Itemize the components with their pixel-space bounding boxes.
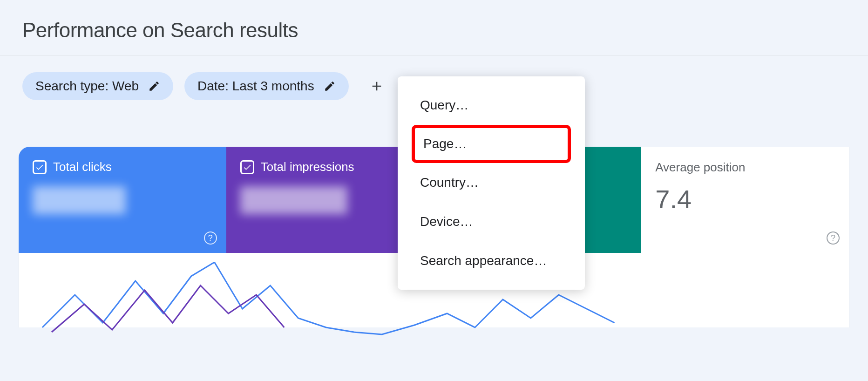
pencil-icon: [148, 80, 160, 92]
page-header: Performance on Search results: [0, 0, 868, 55]
metric-label: Total clicks: [53, 160, 112, 174]
filter-search-type[interactable]: Search type: Web: [22, 72, 173, 100]
metric-value-blurred: [33, 186, 126, 214]
filter-label: Search type: Web: [35, 79, 139, 94]
filter-dropdown-menu: Query… Page… Country… Device… Search app…: [398, 76, 585, 290]
metric-total-clicks[interactable]: Total clicks ?: [19, 147, 226, 253]
checkbox-icon[interactable]: [240, 160, 254, 174]
metric-header: Total clicks: [33, 160, 212, 174]
metric-value: 7.4: [655, 184, 835, 214]
dropdown-item-country[interactable]: Country…: [398, 163, 585, 202]
filter-date[interactable]: Date: Last 3 months: [184, 72, 349, 100]
filter-label: Date: Last 3 months: [197, 79, 314, 94]
pencil-icon: [324, 80, 336, 92]
help-icon[interactable]: ?: [204, 231, 217, 245]
checkbox-icon[interactable]: [33, 160, 47, 174]
metric-header: Average position: [655, 160, 835, 175]
dropdown-item-search-appearance[interactable]: Search appearance…: [398, 241, 585, 280]
dropdown-item-query[interactable]: Query…: [398, 86, 585, 125]
add-filter-button[interactable]: [360, 74, 393, 98]
metric-label: Average position: [655, 160, 745, 175]
metric-avg-position[interactable]: Average position 7.4 ?: [641, 147, 849, 253]
plus-icon: [369, 79, 384, 94]
dropdown-item-page[interactable]: Page…: [412, 125, 571, 163]
metric-label: Total impressions: [261, 160, 354, 174]
dropdown-item-device[interactable]: Device…: [398, 202, 585, 241]
help-icon[interactable]: ?: [827, 231, 840, 245]
metric-value-blurred: [240, 186, 347, 214]
metric-header: Total impressions: [240, 160, 420, 174]
page-title: Performance on Search results: [22, 19, 846, 42]
